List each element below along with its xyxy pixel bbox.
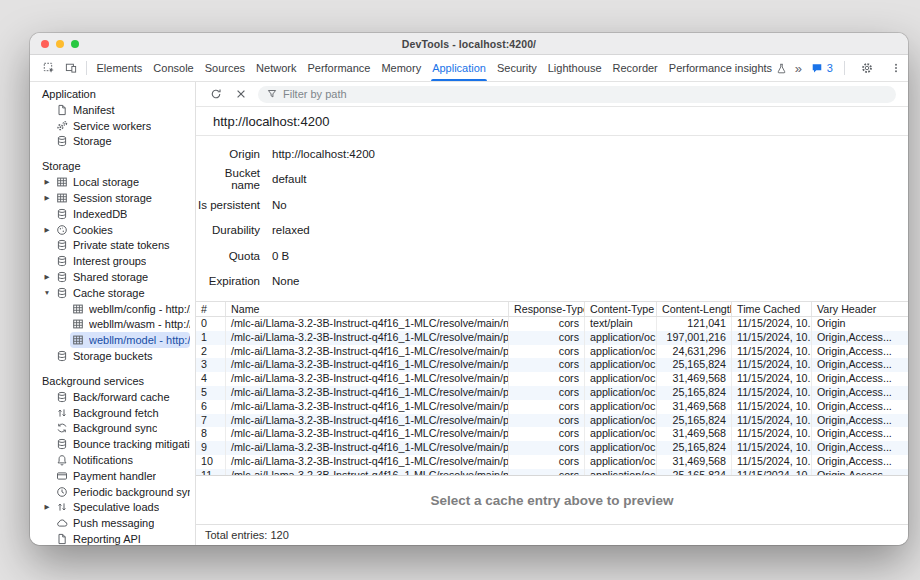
cell-content-type: application/oc... [585, 427, 657, 441]
chevron-down-icon[interactable]: ▼ [42, 289, 52, 296]
inspect-element-button[interactable] [38, 58, 60, 78]
preview-placeholder: Select a cache entry above to preview [430, 493, 673, 508]
database-icon [56, 391, 68, 403]
tab-sources[interactable]: Sources [199, 55, 250, 81]
settings-button[interactable] [856, 58, 878, 78]
column-header-response-type[interactable]: Response-Type [509, 302, 585, 316]
sidebar-item-storage-buckets[interactable]: Storage buckets [54, 348, 190, 364]
sidebar-item-back-forward-cache[interactable]: Back/forward cache [54, 389, 190, 405]
tab-elements[interactable]: Elements [91, 55, 148, 81]
tab-console[interactable]: Console [148, 55, 199, 81]
table-row[interactable]: 6/mlc-ai/Llama-3.2-3B-Instruct-q4f16_1-M… [196, 400, 908, 414]
table-row[interactable]: 0/mlc-ai/Llama-3.2-3B-Instruct-q4f16_1-M… [196, 317, 908, 331]
more-tabs-button[interactable]: » [793, 61, 804, 76]
filter-input[interactable]: Filter by path [258, 86, 896, 103]
sidebar-item-background-sync[interactable]: Background sync [54, 421, 190, 437]
sidebar-item-bounce-tracking-mitigations[interactable]: Bounce tracking mitigations [54, 436, 190, 452]
device-toolbar-button[interactable] [60, 58, 82, 78]
tab-memory[interactable]: Memory [376, 55, 427, 81]
window-title: DevTools - localhost:4200/ [402, 38, 536, 50]
cell-vary-header: Origin,Access... [812, 386, 908, 400]
table-row[interactable]: 7/mlc-ai/Llama-3.2-3B-Instruct-q4f16_1-M… [196, 414, 908, 428]
sidebar-item-indexeddb[interactable]: IndexedDB [54, 206, 190, 222]
cloud-icon [56, 517, 68, 529]
sidebar-item-notifications[interactable]: Notifications [54, 452, 190, 468]
tab-application[interactable]: Application [427, 55, 492, 81]
table-row[interactable]: 8/mlc-ai/Llama-3.2-3B-Instruct-q4f16_1-M… [196, 427, 908, 441]
database-icon [56, 239, 68, 251]
column-header-content-length[interactable]: Content-Length [657, 302, 732, 316]
meta-row-expiration: ExpirationNone [196, 269, 908, 295]
sidebar-item-storage[interactable]: Storage [54, 134, 190, 150]
sidebar-item-session-storage[interactable]: ▶Session storage [54, 190, 190, 206]
cell-content-length: 31,469,568 [657, 400, 732, 414]
sidebar-item-cookies[interactable]: ▶Cookies [54, 222, 190, 238]
sidebar-item-background-fetch[interactable]: Background fetch [54, 405, 190, 421]
kebab-menu-icon [890, 62, 902, 74]
chevron-right-icon[interactable]: ▶ [42, 503, 52, 511]
chevron-right-icon[interactable]: ▶ [42, 226, 52, 234]
sidebar-item-manifest[interactable]: Manifest [54, 102, 190, 118]
column-header-content-type[interactable]: Content-Type [585, 302, 657, 316]
sidebar-item-webllm-wasm-http-loca[interactable]: webllm/wasm - http://loca... [70, 317, 190, 333]
column-header-[interactable]: # [196, 302, 226, 316]
close-window-button[interactable] [41, 40, 49, 48]
table-row[interactable]: 3/mlc-ai/Llama-3.2-3B-Instruct-q4f16_1-M… [196, 358, 908, 372]
minimize-window-button[interactable] [56, 40, 64, 48]
table-row[interactable]: 11/mlc-ai/Llama-3.2-3B-Instruct-q4f16_1-… [196, 469, 908, 475]
sidebar-item-local-storage[interactable]: ▶Local storage [54, 174, 190, 190]
cell-time-cached: 11/15/2024, 10... [732, 358, 812, 372]
table-row[interactable]: 5/mlc-ai/Llama-3.2-3B-Instruct-q4f16_1-M… [196, 386, 908, 400]
sidebar-item-push-messaging[interactable]: Push messaging [54, 515, 190, 531]
close-icon [235, 88, 247, 100]
tab-label: Console [153, 62, 193, 74]
cell-response-type: cors [509, 372, 585, 386]
cell-content-type: application/oc... [585, 345, 657, 359]
column-header-vary-header[interactable]: Vary Header [812, 302, 908, 316]
sidebar-item-shared-storage[interactable]: ▶Shared storage [54, 269, 190, 285]
cell-content-length: 31,469,568 [657, 427, 732, 441]
sidebar-section-storage: Storage▶Local storage▶Session storageInd… [30, 158, 195, 364]
cell-vary-header: Origin,Access... [812, 469, 908, 475]
chevron-right-icon[interactable]: ▶ [42, 194, 52, 202]
tab-lighthouse[interactable]: Lighthouse [542, 55, 607, 81]
chevron-right-icon[interactable]: ▶ [42, 178, 52, 186]
sidebar-item-speculative-loads[interactable]: ▶Speculative loads [54, 500, 190, 516]
sidebar-item-periodic-background-sync[interactable]: Periodic background sync [54, 484, 190, 500]
column-header-time-cached[interactable]: Time Cached [732, 302, 812, 316]
sidebar-item-label: Back/forward cache [73, 391, 170, 403]
tab-performance[interactable]: Performance [302, 55, 376, 81]
sidebar-section-background-services: Background servicesBack/forward cacheBac… [30, 373, 195, 545]
tab-performance-insights[interactable]: Performance insights [663, 55, 792, 81]
tab-security[interactable]: Security [491, 55, 542, 81]
sidebar-section-application: ApplicationManifestService workersStorag… [30, 86, 195, 149]
main-menu-button[interactable] [885, 58, 907, 78]
tab-label: Memory [381, 62, 421, 74]
sidebar-item-webllm-model-http-loc[interactable]: webllm/model - http://loc... [70, 332, 190, 348]
sidebar-item-private-state-tokens[interactable]: Private state tokens [54, 238, 190, 254]
tab-network[interactable]: Network [251, 55, 302, 81]
table-row[interactable]: 1/mlc-ai/Llama-3.2-3B-Instruct-q4f16_1-M… [196, 331, 908, 345]
database-icon [56, 438, 68, 450]
sidebar-item-webllm-config-http-loc[interactable]: webllm/config - http://loc... [70, 301, 190, 317]
table-row[interactable]: 4/mlc-ai/Llama-3.2-3B-Instruct-q4f16_1-M… [196, 372, 908, 386]
zoom-window-button[interactable] [71, 40, 79, 48]
sidebar-item-interest-groups[interactable]: Interest groups [54, 253, 190, 269]
refresh-button[interactable] [208, 86, 224, 102]
table-row[interactable]: 9/mlc-ai/Llama-3.2-3B-Instruct-q4f16_1-M… [196, 441, 908, 455]
tab-recorder[interactable]: Recorder [607, 55, 663, 81]
sidebar-item-cache-storage[interactable]: ▼Cache storage [54, 285, 190, 301]
delete-selected-button[interactable] [233, 86, 249, 102]
table-row[interactable]: 10/mlc-ai/Llama-3.2-3B-Instruct-q4f16_1-… [196, 455, 908, 469]
issues-button[interactable]: 3 [811, 62, 833, 74]
sidebar-item-payment-handler[interactable]: Payment handler [54, 468, 190, 484]
table-row[interactable]: 2/mlc-ai/Llama-3.2-3B-Instruct-q4f16_1-M… [196, 345, 908, 359]
cell-vary-header: Origin,Access... [812, 427, 908, 441]
column-header-name[interactable]: Name [226, 302, 509, 316]
grid-icon [56, 176, 68, 188]
sidebar-item-service-workers[interactable]: Service workers [54, 118, 190, 134]
chevron-right-icon[interactable]: ▶ [42, 273, 52, 281]
sidebar-item-reporting-api[interactable]: Reporting API [54, 531, 190, 545]
devices-icon [65, 62, 77, 74]
tab-label: Lighthouse [548, 62, 602, 74]
